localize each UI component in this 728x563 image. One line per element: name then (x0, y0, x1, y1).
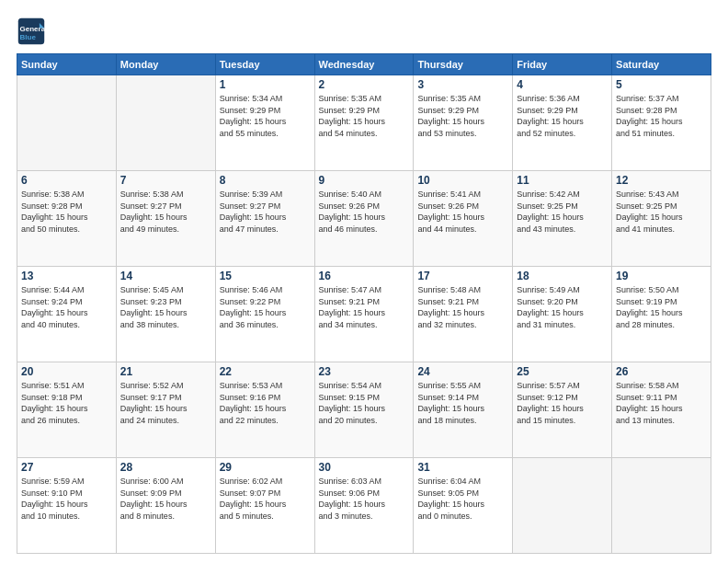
day-info: Sunrise: 6:03 AM Sunset: 9:06 PM Dayligh… (319, 476, 410, 522)
day-info: Sunrise: 6:04 AM Sunset: 9:05 PM Dayligh… (417, 476, 508, 522)
calendar-day-empty (17, 75, 117, 171)
weekday-header-friday: Friday (513, 54, 612, 75)
calendar-day-13: 13Sunrise: 5:44 AM Sunset: 9:24 PM Dayli… (17, 267, 117, 362)
day-info: Sunrise: 5:53 AM Sunset: 9:16 PM Dayligh… (220, 380, 311, 426)
day-number: 7 (120, 174, 211, 187)
svg-text:Blue: Blue (20, 33, 37, 41)
weekday-header-sunday: Sunday (17, 54, 117, 75)
day-info: Sunrise: 5:58 AM Sunset: 9:11 PM Dayligh… (616, 380, 707, 426)
day-info: Sunrise: 5:37 AM Sunset: 9:28 PM Dayligh… (616, 93, 707, 139)
calendar-day-9: 9Sunrise: 5:40 AM Sunset: 9:26 PM Daylig… (314, 171, 414, 267)
day-number: 21 (120, 365, 211, 378)
day-number: 11 (517, 174, 608, 187)
calendar-day-20: 20Sunrise: 5:51 AM Sunset: 9:18 PM Dayli… (17, 362, 117, 458)
calendar-day-10: 10Sunrise: 5:41 AM Sunset: 9:26 PM Dayli… (414, 171, 513, 267)
calendar-day-18: 18Sunrise: 5:49 AM Sunset: 9:20 PM Dayli… (513, 267, 612, 362)
day-info: Sunrise: 5:39 AM Sunset: 9:27 PM Dayligh… (220, 189, 311, 235)
day-info: Sunrise: 6:02 AM Sunset: 9:07 PM Dayligh… (220, 476, 311, 522)
day-number: 10 (417, 174, 508, 187)
calendar-day-11: 11Sunrise: 5:42 AM Sunset: 9:25 PM Dayli… (513, 171, 612, 267)
calendar-day-4: 4Sunrise: 5:36 AM Sunset: 9:29 PM Daylig… (513, 75, 612, 171)
day-info: Sunrise: 5:57 AM Sunset: 9:12 PM Dayligh… (517, 380, 608, 426)
day-info: Sunrise: 5:52 AM Sunset: 9:17 PM Dayligh… (120, 380, 211, 426)
day-info: Sunrise: 5:55 AM Sunset: 9:14 PM Dayligh… (417, 380, 508, 426)
weekday-header-tuesday: Tuesday (215, 54, 314, 75)
day-info: Sunrise: 5:48 AM Sunset: 9:21 PM Dayligh… (417, 284, 508, 330)
day-number: 31 (417, 461, 508, 474)
logo: General Blue (17, 17, 50, 46)
day-number: 26 (616, 365, 707, 378)
calendar-week-row: 1Sunrise: 5:34 AM Sunset: 9:29 PM Daylig… (17, 75, 711, 171)
day-info: Sunrise: 5:38 AM Sunset: 9:28 PM Dayligh… (21, 189, 112, 235)
calendar-day-25: 25Sunrise: 5:57 AM Sunset: 9:12 PM Dayli… (513, 362, 612, 458)
calendar-day-29: 29Sunrise: 6:02 AM Sunset: 9:07 PM Dayli… (215, 458, 314, 554)
day-number: 12 (616, 174, 707, 187)
calendar-day-21: 21Sunrise: 5:52 AM Sunset: 9:17 PM Dayli… (116, 362, 215, 458)
day-number: 20 (21, 365, 112, 378)
weekday-header-saturday: Saturday (612, 54, 711, 75)
day-number: 17 (417, 270, 508, 282)
day-info: Sunrise: 5:42 AM Sunset: 9:25 PM Dayligh… (517, 189, 608, 235)
page: General Blue SundayMondayTuesdayWednesda… (0, 0, 728, 563)
day-number: 3 (417, 78, 508, 91)
day-number: 9 (319, 174, 410, 187)
calendar-day-31: 31Sunrise: 6:04 AM Sunset: 9:05 PM Dayli… (414, 458, 513, 554)
weekday-header-row: SundayMondayTuesdayWednesdayThursdayFrid… (17, 54, 711, 75)
day-number: 16 (319, 270, 410, 282)
day-info: Sunrise: 5:49 AM Sunset: 9:20 PM Dayligh… (517, 284, 608, 330)
day-info: Sunrise: 5:35 AM Sunset: 9:29 PM Dayligh… (319, 93, 410, 139)
weekday-header-monday: Monday (116, 54, 215, 75)
day-info: Sunrise: 5:44 AM Sunset: 9:24 PM Dayligh… (21, 284, 112, 330)
calendar-week-row: 13Sunrise: 5:44 AM Sunset: 9:24 PM Dayli… (17, 267, 711, 362)
calendar-day-22: 22Sunrise: 5:53 AM Sunset: 9:16 PM Dayli… (215, 362, 314, 458)
calendar-day-empty (116, 75, 215, 171)
day-number: 4 (517, 78, 608, 91)
calendar-day-28: 28Sunrise: 6:00 AM Sunset: 9:09 PM Dayli… (116, 458, 215, 554)
day-number: 2 (319, 78, 410, 91)
calendar-day-15: 15Sunrise: 5:46 AM Sunset: 9:22 PM Dayli… (215, 267, 314, 362)
day-number: 19 (616, 270, 707, 282)
calendar-day-empty (513, 458, 612, 554)
calendar-table: SundayMondayTuesdayWednesdayThursdayFrid… (17, 53, 711, 554)
day-info: Sunrise: 5:45 AM Sunset: 9:23 PM Dayligh… (120, 284, 211, 330)
day-number: 13 (21, 270, 112, 282)
day-number: 30 (319, 461, 410, 474)
calendar-day-1: 1Sunrise: 5:34 AM Sunset: 9:29 PM Daylig… (215, 75, 314, 171)
calendar-day-19: 19Sunrise: 5:50 AM Sunset: 9:19 PM Dayli… (612, 267, 711, 362)
day-number: 5 (616, 78, 707, 91)
day-info: Sunrise: 6:00 AM Sunset: 9:09 PM Dayligh… (120, 476, 211, 522)
calendar-day-6: 6Sunrise: 5:38 AM Sunset: 9:28 PM Daylig… (17, 171, 117, 267)
day-info: Sunrise: 5:51 AM Sunset: 9:18 PM Dayligh… (21, 380, 112, 426)
calendar-week-row: 20Sunrise: 5:51 AM Sunset: 9:18 PM Dayli… (17, 362, 711, 458)
day-number: 25 (517, 365, 608, 378)
calendar-day-17: 17Sunrise: 5:48 AM Sunset: 9:21 PM Dayli… (414, 267, 513, 362)
calendar-week-row: 27Sunrise: 5:59 AM Sunset: 9:10 PM Dayli… (17, 458, 711, 554)
day-info: Sunrise: 5:34 AM Sunset: 9:29 PM Dayligh… (220, 93, 311, 139)
day-number: 8 (220, 174, 311, 187)
day-number: 22 (220, 365, 311, 378)
day-number: 28 (120, 461, 211, 474)
calendar-day-16: 16Sunrise: 5:47 AM Sunset: 9:21 PM Dayli… (314, 267, 414, 362)
day-number: 23 (319, 365, 410, 378)
day-info: Sunrise: 5:59 AM Sunset: 9:10 PM Dayligh… (21, 476, 112, 522)
calendar-day-14: 14Sunrise: 5:45 AM Sunset: 9:23 PM Dayli… (116, 267, 215, 362)
day-number: 1 (220, 78, 311, 91)
calendar-day-2: 2Sunrise: 5:35 AM Sunset: 9:29 PM Daylig… (314, 75, 414, 171)
calendar-day-empty (612, 458, 711, 554)
calendar-day-7: 7Sunrise: 5:38 AM Sunset: 9:27 PM Daylig… (116, 171, 215, 267)
calendar-day-27: 27Sunrise: 5:59 AM Sunset: 9:10 PM Dayli… (17, 458, 117, 554)
logo-icon: General Blue (17, 17, 46, 46)
day-info: Sunrise: 5:40 AM Sunset: 9:26 PM Dayligh… (319, 189, 410, 235)
day-info: Sunrise: 5:50 AM Sunset: 9:19 PM Dayligh… (616, 284, 707, 330)
day-info: Sunrise: 5:41 AM Sunset: 9:26 PM Dayligh… (417, 189, 508, 235)
calendar-day-8: 8Sunrise: 5:39 AM Sunset: 9:27 PM Daylig… (215, 171, 314, 267)
day-number: 18 (517, 270, 608, 282)
calendar-week-row: 6Sunrise: 5:38 AM Sunset: 9:28 PM Daylig… (17, 171, 711, 267)
calendar-day-23: 23Sunrise: 5:54 AM Sunset: 9:15 PM Dayli… (314, 362, 414, 458)
day-number: 27 (21, 461, 112, 474)
calendar-day-3: 3Sunrise: 5:35 AM Sunset: 9:29 PM Daylig… (414, 75, 513, 171)
weekday-header-thursday: Thursday (414, 54, 513, 75)
day-info: Sunrise: 5:38 AM Sunset: 9:27 PM Dayligh… (120, 189, 211, 235)
day-number: 14 (120, 270, 211, 282)
day-number: 29 (220, 461, 311, 474)
